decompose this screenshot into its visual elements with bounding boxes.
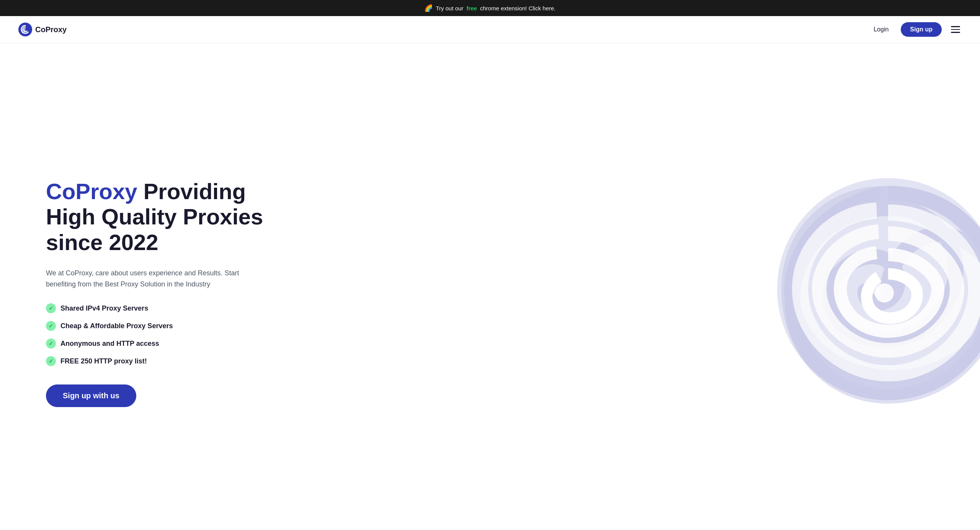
banner-emoji: 🌈 — [424, 4, 433, 12]
logo-text: CoProxy — [35, 25, 67, 34]
hamburger-line-3 — [951, 32, 960, 33]
feature-text-3: Anonymous and HTTP access — [60, 340, 159, 348]
check-icon-3: ✓ — [46, 339, 56, 348]
feature-item-2: ✓ Cheap & Affordable Proxy Servers — [46, 321, 276, 331]
feature-item-4: ✓ FREE 250 HTTP proxy list! — [46, 356, 276, 366]
features-list: ✓ Shared IPv4 Proxy Servers ✓ Cheap & Af… — [46, 303, 276, 366]
navbar: CoProxy Login Sign up — [0, 16, 980, 43]
banner-text-after: chrome extension! Click here. — [480, 5, 556, 11]
check-icon-1: ✓ — [46, 303, 56, 313]
feature-text-2: Cheap & Affordable Proxy Servers — [60, 322, 173, 330]
hero-content: CoProxy Providing High Quality Proxies s… — [46, 179, 276, 407]
hero-signup-button[interactable]: Sign up with us — [46, 384, 136, 407]
feature-item-3: ✓ Anonymous and HTTP access — [46, 339, 276, 348]
top-banner[interactable]: 🌈 Try out our free chrome extension! Cli… — [0, 0, 980, 16]
hero-description: We at CoProxy, care about users experien… — [46, 268, 245, 290]
check-icon-4: ✓ — [46, 356, 56, 366]
feature-item-1: ✓ Shared IPv4 Proxy Servers — [46, 303, 276, 313]
hero-section: CoProxy Providing High Quality Proxies s… — [0, 43, 980, 530]
check-icon-2: ✓ — [46, 321, 56, 331]
spiral-svg — [773, 174, 980, 404]
hamburger-menu-button[interactable] — [949, 25, 962, 34]
banner-text-before: Try out our — [436, 5, 463, 11]
nav-actions: Login Sign up — [869, 22, 962, 37]
svg-point-2 — [875, 283, 894, 303]
coproxy-logo-icon — [18, 23, 32, 36]
hero-title: CoProxy Providing High Quality Proxies s… — [46, 179, 276, 255]
feature-text-1: Shared IPv4 Proxy Servers — [60, 304, 148, 312]
login-button[interactable]: Login — [869, 23, 893, 36]
svg-point-0 — [18, 23, 32, 36]
hero-spiral-graphic — [773, 174, 980, 404]
hamburger-line-2 — [951, 29, 960, 30]
logo[interactable]: CoProxy — [18, 23, 67, 36]
banner-free-word: free — [466, 5, 477, 11]
feature-text-4: FREE 250 HTTP proxy list! — [60, 357, 147, 365]
hamburger-line-1 — [951, 26, 960, 27]
hero-title-brand: CoProxy — [46, 179, 137, 204]
nav-signup-button[interactable]: Sign up — [901, 22, 942, 37]
